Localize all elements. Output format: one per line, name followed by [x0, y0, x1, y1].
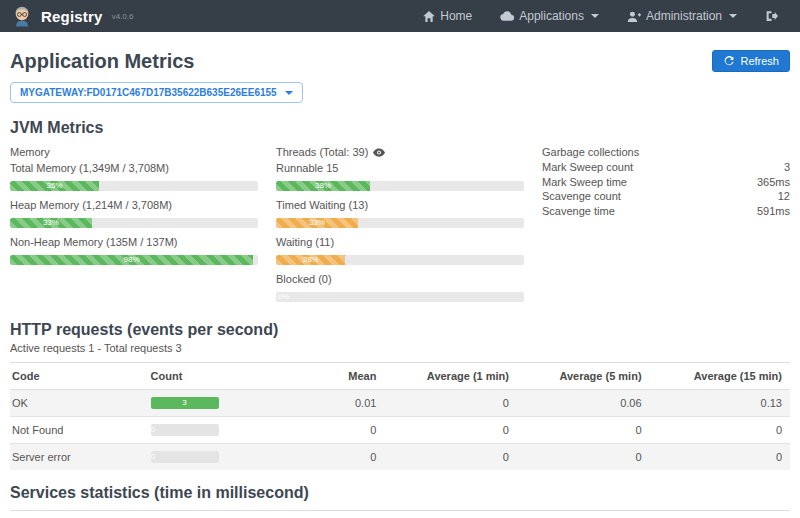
cloud-icon	[500, 11, 514, 21]
progress-label: 98%	[124, 255, 140, 265]
user-plus-icon	[627, 11, 641, 22]
service-column-header: Min	[550, 511, 589, 518]
http-value-cell: 0	[650, 417, 790, 444]
top-navbar: Registry v4.0.6 Home Applications Admini…	[0, 0, 800, 32]
http-value-cell: 0	[275, 444, 384, 471]
memory-column: MemoryTotal Memory (1,349M / 3,708M)36%H…	[10, 145, 258, 309]
gc-stat-value: 12	[778, 189, 790, 204]
progress-label: 0%	[278, 292, 290, 302]
thread-metric-label: Runnable 15	[276, 161, 524, 176]
http-value-cell: 0	[275, 417, 384, 444]
http-value-cell: 0.06	[517, 390, 650, 417]
gc-section-title: Garbage collections	[542, 145, 790, 160]
instance-selector-dropdown[interactable]: MYGATEWAY:FD0171C467D17B35622B635E26EE61…	[10, 82, 303, 103]
http-count-bar: 0	[151, 424, 219, 436]
http-requests-subtitle: Active requests 1 - Total requests 3	[10, 342, 790, 354]
gc-stat-label: Mark Sweep time	[542, 175, 627, 190]
thread-metric-label: Waiting (11)	[276, 235, 524, 250]
http-value-cell: 0	[650, 444, 790, 471]
jvm-metrics-heading: JVM Metrics	[10, 119, 790, 137]
memory-metric-label: Heap Memory (1,214M / 3,708M)	[10, 198, 258, 213]
http-requests-table: CodeCountMeanAverage (1 min)Average (5 m…	[10, 362, 790, 470]
table-row: Not Found00000	[10, 417, 790, 444]
progress-label: 33%	[43, 218, 59, 228]
http-value-cell: 0	[384, 444, 517, 471]
service-column-header: Max	[748, 511, 790, 518]
http-column-header: Code	[10, 363, 143, 390]
service-column-header: p99	[708, 511, 747, 518]
progress-label: 0	[151, 452, 155, 462]
refresh-button[interactable]: Refresh	[712, 50, 790, 72]
gc-stat-value: 3	[784, 160, 790, 175]
progress-label: 33%	[309, 218, 325, 228]
http-code-cell: Server error	[10, 444, 143, 471]
service-column-header: Count	[447, 511, 501, 518]
app-version: v4.0.6	[112, 12, 134, 21]
http-value-cell: 0.13	[650, 390, 790, 417]
gc-stat-label: Scavenge time	[542, 204, 615, 219]
table-row: OK30.0100.060.13	[10, 390, 790, 417]
services-statistics-heading: Services statistics (time in millisecond…	[10, 484, 790, 502]
table-row: Server error00000	[10, 444, 790, 471]
caret-down-icon	[285, 91, 293, 95]
nav-menu: Home Applications Administration	[411, 5, 790, 27]
eye-icon[interactable]	[373, 148, 385, 157]
memory-progress-bar: 98%	[10, 255, 258, 265]
memory-progress-bar: 36%	[10, 181, 258, 191]
nav-applications[interactable]: Applications	[488, 5, 611, 27]
http-value-cell: 0	[384, 390, 517, 417]
thread-progress-bar: 0%	[276, 292, 524, 302]
gc-stat-label: Scavenge count	[542, 189, 621, 204]
threads-section-title: Threads (Total: 39)	[276, 145, 524, 160]
nav-home[interactable]: Home	[411, 5, 484, 27]
http-value-cell: 0.01	[275, 390, 384, 417]
gc-stat-label: Mark Sweep count	[542, 160, 633, 175]
http-value-cell: 0	[517, 417, 650, 444]
jhipster-avatar-icon	[10, 4, 34, 28]
sign-out-icon	[765, 10, 778, 22]
progress-label: 28%	[303, 255, 319, 265]
services-statistics-table: Service nameCountMeanMinp50p75p95p99Max …	[10, 510, 790, 518]
gc-stat-row: Scavenge time591ms	[542, 204, 790, 219]
threads-column: Threads (Total: 39)Runnable 1538%Timed W…	[276, 145, 524, 309]
brand[interactable]: Registry v4.0.6	[10, 4, 133, 28]
progress-label: 38%	[315, 181, 331, 191]
threads-title-text: Threads (Total: 39)	[276, 145, 368, 160]
garbage-collections-column: Garbage collectionsMark Sweep count3Mark…	[542, 145, 790, 309]
memory-progress-bar: 33%	[10, 218, 258, 228]
nav-signout[interactable]	[753, 6, 790, 26]
thread-progress-bar: 38%	[276, 181, 524, 191]
memory-metric-label: Total Memory (1,349M / 3,708M)	[10, 161, 258, 176]
page-title: Application Metrics	[10, 50, 194, 73]
http-value-cell: 0	[517, 444, 650, 471]
gc-stat-row: Scavenge count12	[542, 189, 790, 204]
service-column-header: Mean	[501, 511, 551, 518]
thread-progress-bar: 33%	[276, 218, 524, 228]
gc-stat-row: Mark Sweep count3	[542, 160, 790, 175]
thread-metric-label: Timed Waiting (13)	[276, 198, 524, 213]
service-column-header: p75	[629, 511, 668, 518]
http-code-cell: OK	[10, 390, 143, 417]
home-icon	[423, 11, 435, 22]
gc-stat-value: 365ms	[757, 175, 790, 190]
service-column-header: p50	[590, 511, 629, 518]
http-column-header: Count	[143, 363, 276, 390]
refresh-icon	[723, 55, 735, 67]
thread-metric-label: Blocked (0)	[276, 272, 524, 287]
nav-administration[interactable]: Administration	[615, 5, 749, 27]
memory-section-title: Memory	[10, 145, 258, 160]
gc-stat-value: 591ms	[757, 204, 790, 219]
service-column-header: Service name	[10, 511, 447, 518]
http-count-cell: 0	[143, 444, 276, 471]
jvm-metrics-grid: MemoryTotal Memory (1,349M / 3,708M)36%H…	[10, 145, 790, 309]
http-count-bar: 3	[151, 397, 219, 409]
http-count-cell: 0	[143, 417, 276, 444]
caret-down-icon	[729, 14, 737, 18]
gc-stat-row: Mark Sweep time365ms	[542, 175, 790, 190]
http-count-cell: 3	[143, 390, 276, 417]
http-requests-heading: HTTP requests (events per second)	[10, 321, 790, 339]
progress-label: 0	[151, 425, 155, 435]
http-column-header: Average (15 min)	[650, 363, 790, 390]
service-column-header: p95	[669, 511, 708, 518]
main-content: Application Metrics Refresh MYGATEWAY:FD…	[0, 50, 800, 518]
